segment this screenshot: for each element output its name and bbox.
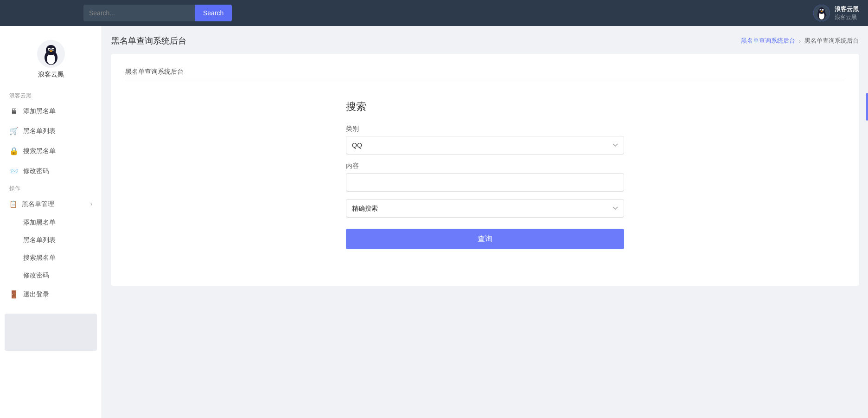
- page-header: 黑名单查询系统后台 黑名单查询系统后台 › 黑名单查询系统后台: [111, 35, 859, 46]
- sidebar-item-add-blacklist[interactable]: 🖥 添加黑名单: [0, 102, 102, 121]
- content-label: 内容: [346, 162, 624, 170]
- svg-point-3: [818, 7, 825, 14]
- breadcrumb-link[interactable]: 黑名单查询系统后台: [741, 37, 795, 45]
- sidebar-item-logout[interactable]: 🚪 退出登录: [0, 284, 102, 304]
- clipboard-icon: 📋: [9, 200, 17, 208]
- category-label: 类别: [346, 125, 624, 133]
- penguin-logo-icon: [37, 40, 65, 68]
- category-select[interactable]: QQ 微信 手机: [346, 136, 624, 154]
- breadcrumb: 黑名单查询系统后台 › 黑名单查询系统后台: [741, 37, 859, 45]
- search-button[interactable]: Search: [195, 5, 232, 21]
- send-icon: 📨: [9, 167, 19, 175]
- sidebar-item-change-password[interactable]: 📨 修改密码: [0, 161, 102, 181]
- svg-point-12: [46, 45, 56, 55]
- search-input[interactable]: [83, 5, 195, 21]
- svg-point-15: [48, 49, 50, 50]
- navbar-search-container: Search: [83, 5, 232, 21]
- sidebar-sub-list-label: 黑名单列表: [23, 236, 56, 244]
- page-title: 黑名单查询系统后台: [111, 35, 186, 46]
- sidebar-sub-password-label: 修改密码: [23, 271, 49, 280]
- sidebar-sub-list[interactable]: 黑名单列表: [0, 232, 102, 249]
- logout-icon: 🚪: [9, 290, 19, 299]
- sidebar: 浪客云黑 浪客云黑 🖥 添加黑名单 🛒 黑名单列表 🔒 搜索黑名单 📨 修改密码…: [0, 26, 102, 418]
- sidebar-sub-add[interactable]: 添加黑名单: [0, 214, 102, 232]
- navbar: Search 浪客云黑 浪客云黑: [0, 0, 868, 26]
- svg-point-16: [52, 49, 53, 50]
- main-card: 黑名单查询系统后台 搜索 类别 QQ 微信 手机 内容: [111, 54, 859, 286]
- lock-icon: 🔒: [9, 147, 19, 155]
- avatar: [813, 5, 830, 21]
- sidebar-logo: 浪客云黑: [0, 35, 102, 88]
- monitor-icon: 🖥: [9, 107, 19, 116]
- svg-point-8: [821, 11, 823, 12]
- sidebar-item-password-label: 修改密码: [23, 167, 49, 175]
- sidebar-item-blacklist-list[interactable]: 🛒 黑名单列表: [0, 121, 102, 141]
- layout: 浪客云黑 浪客云黑 🖥 添加黑名单 🛒 黑名单列表 🔒 搜索黑名单 📨 修改密码…: [0, 26, 868, 418]
- form-title: 搜索: [346, 100, 624, 114]
- chevron-right-icon: ›: [90, 201, 92, 207]
- sidebar-sub-section: 添加黑名单 黑名单列表 搜索黑名单 修改密码: [0, 214, 102, 284]
- sidebar-logo-name: 浪客云黑: [38, 71, 64, 79]
- search-form: 搜索 类别 QQ 微信 手机 内容 精确搜索 模糊搜索: [346, 90, 624, 258]
- svg-point-17: [50, 50, 52, 52]
- sidebar-sub-search-label: 搜索黑名单: [23, 254, 56, 262]
- scrollbar-accent: [866, 93, 868, 121]
- sidebar-sub-add-label: 添加黑名单: [23, 219, 56, 227]
- sidebar-item-logout-label: 退出登录: [23, 290, 49, 299]
- main-content: 黑名单查询系统后台 黑名单查询系统后台 › 黑名单查询系统后台 黑名单查询系统后…: [102, 26, 868, 418]
- submit-button[interactable]: 查询: [346, 229, 624, 249]
- svg-point-7: [823, 10, 823, 11]
- sidebar-group-label: 黑名单管理: [22, 200, 54, 208]
- card-section-title: 黑名单查询系统后台: [125, 68, 845, 81]
- navbar-username: 浪客云黑 浪客云黑: [835, 5, 859, 21]
- search-mode-form-group: 精确搜索 模糊搜索: [346, 199, 624, 218]
- content-input[interactable]: [346, 173, 624, 192]
- sidebar-group-blacklist-management[interactable]: 📋 黑名单管理 ›: [0, 194, 102, 214]
- sidebar-section2-title: 操作: [0, 181, 102, 194]
- sidebar-sub-search[interactable]: 搜索黑名单: [0, 249, 102, 267]
- breadcrumb-separator: ›: [799, 38, 801, 45]
- sidebar-thumbnail: [5, 314, 97, 351]
- sidebar-section1-title: 浪客云黑: [0, 88, 102, 102]
- sidebar-sub-password[interactable]: 修改密码: [0, 267, 102, 284]
- category-form-group: 类别 QQ 微信 手机: [346, 125, 624, 154]
- cart-icon: 🛒: [9, 127, 19, 135]
- sidebar-item-add-label: 添加黑名单: [23, 107, 56, 116]
- sidebar-item-search-blacklist[interactable]: 🔒 搜索黑名单: [0, 141, 102, 161]
- sidebar-item-list-label: 黑名单列表: [23, 127, 56, 135]
- search-mode-select[interactable]: 精确搜索 模糊搜索: [346, 199, 624, 218]
- svg-point-6: [820, 10, 821, 11]
- navbar-user: 浪客云黑 浪客云黑: [813, 5, 859, 21]
- sidebar-item-search-label: 搜索黑名单: [23, 147, 56, 155]
- breadcrumb-current: 黑名单查询系统后台: [804, 37, 859, 45]
- content-form-group: 内容: [346, 162, 624, 192]
